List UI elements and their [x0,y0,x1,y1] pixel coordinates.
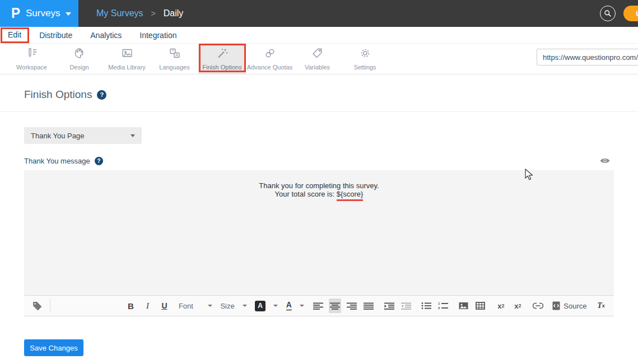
ribbon-item-workspace[interactable]: Workspace [8,44,55,74]
tab-edit[interactable]: Edit [8,28,21,43]
svg-text:A: A [175,53,178,57]
editor-toolbar: B I U Font Size A A [24,295,614,316]
ribbon-item-design[interactable]: Design [55,44,103,74]
ribbon-item-label: Workspace [16,64,47,71]
insert-image-button[interactable] [458,298,470,313]
align-left-icon [313,302,323,310]
font-dropdown[interactable]: Font [179,302,212,310]
toolbar-separator [50,299,50,312]
page-title: Finish Options [24,88,92,101]
ribbon-item-media-library[interactable]: Media Library [103,44,151,74]
survey-url-field[interactable] [537,49,638,66]
tag-icon [32,301,43,311]
help-icon[interactable]: ? [95,157,103,165]
ribbon-item-languages[interactable]: *A Languages [151,44,198,74]
outdent-icon [401,302,411,310]
insert-table-icon [476,302,485,310]
tab-distribute[interactable]: Distribute [39,29,72,42]
palette-icon [73,47,86,62]
upgrade-button[interactable]: Up [623,6,638,21]
bullet-list-button[interactable] [420,298,432,313]
remove-format-button[interactable]: Tx [595,298,607,313]
superscript-button[interactable]: x2 [511,298,524,313]
text-color-letter: A [286,301,292,311]
finish-type-dropdown[interactable]: Thank You Page [24,127,142,144]
ribbon-item-label: Finish Options [202,64,241,71]
chain-links-icon [264,47,276,62]
chevron-down-icon [208,305,212,307]
ribbon-item-finish-options[interactable]: Finish Options [198,44,246,74]
tab-analytics[interactable]: Analytics [90,29,122,42]
ribbon-item-advance-quotas[interactable]: Advance Quotas [246,44,294,74]
subscript-button[interactable]: x2 [495,298,507,313]
search-icon [604,10,612,17]
numbered-list-button[interactable]: 12 [437,298,449,313]
chevron-down-icon [66,12,71,16]
ribbon-item-settings[interactable]: Settings [341,44,389,74]
text-color-button[interactable]: A [286,301,304,311]
svg-text:1: 1 [438,302,440,305]
product-switcher[interactable]: P Surveys [0,0,78,27]
bold-button[interactable]: B [124,298,137,313]
numbered-list-icon: 12 [438,302,448,310]
underline-button[interactable]: U [158,298,170,313]
help-icon[interactable]: ? [97,90,106,100]
ribbon-item-label: Media Library [108,64,146,71]
svg-text:2: 2 [438,306,440,310]
questionpro-logo-icon: P [11,5,20,21]
preview-eye-icon[interactable] [599,157,611,167]
background-color-button[interactable]: A [255,301,278,311]
tag-icon [311,47,324,62]
size-dropdown[interactable]: Size [220,302,246,310]
source-doc-icon [552,301,560,310]
justify-button[interactable] [362,298,375,313]
editor-line-2: Your total score is: ${score} [24,190,614,198]
ribbon-item-label: Settings [354,64,376,71]
ribbon-item-label: Languages [159,64,189,71]
finish-type-selected: Thank You Page [31,132,131,140]
image-icon [121,47,133,62]
tab-integration[interactable]: Integration [139,29,176,42]
chevron-down-icon [273,305,278,307]
source-button[interactable]: Source [552,301,586,310]
background-color-chip: A [255,301,266,311]
save-changes-button[interactable]: Save Changes [24,339,83,356]
divider [0,111,638,112]
link-icon [533,302,543,309]
survey-tabs: Edit Distribute Analytics Integration [0,27,638,44]
top-bar: P Surveys My Surveys > Daily Up [0,0,638,27]
edit-ribbon: Workspace Design Media Library *A Langua… [0,44,638,74]
insert-link-button[interactable] [532,298,544,313]
breadcrumb-separator: > [151,9,156,18]
chevron-down-icon [131,134,135,137]
insert-variable-tag-button[interactable] [31,298,43,313]
align-left-button[interactable] [312,298,324,313]
editor-line-1: Thank you for completing this survey. [24,181,614,190]
insert-image-icon [459,302,468,310]
gear-icon [359,47,371,62]
thank-you-message-label: Thank You message [24,157,90,165]
align-right-button[interactable] [346,298,358,313]
ribbon-item-variables[interactable]: Variables [294,44,341,74]
insert-table-button[interactable] [474,298,487,313]
product-name: Surveys [26,8,60,19]
align-center-button[interactable] [329,298,341,313]
translate-icon: *A [169,47,181,62]
breadcrumb-current-survey: Daily [164,8,184,18]
ribbon-item-label: Variables [305,64,330,71]
svg-text:*: * [171,49,173,54]
breadcrumb: My Surveys > Daily [96,8,183,18]
indent-icon [384,302,394,310]
justify-icon [364,302,374,310]
search-button[interactable] [600,6,616,21]
editor-content-area[interactable]: Thank you for completing this survey. Yo… [24,170,614,295]
increase-indent-button[interactable] [383,298,395,313]
breadcrumb-my-surveys[interactable]: My Surveys [96,8,143,18]
italic-button[interactable]: I [141,298,153,313]
chevron-down-icon [300,305,304,307]
ribbon-item-label: Advance Quotas [247,64,292,71]
workspace-icon [26,47,38,62]
align-center-icon [330,302,340,310]
bullet-list-icon [421,302,431,310]
decrease-indent-button[interactable] [400,298,412,313]
